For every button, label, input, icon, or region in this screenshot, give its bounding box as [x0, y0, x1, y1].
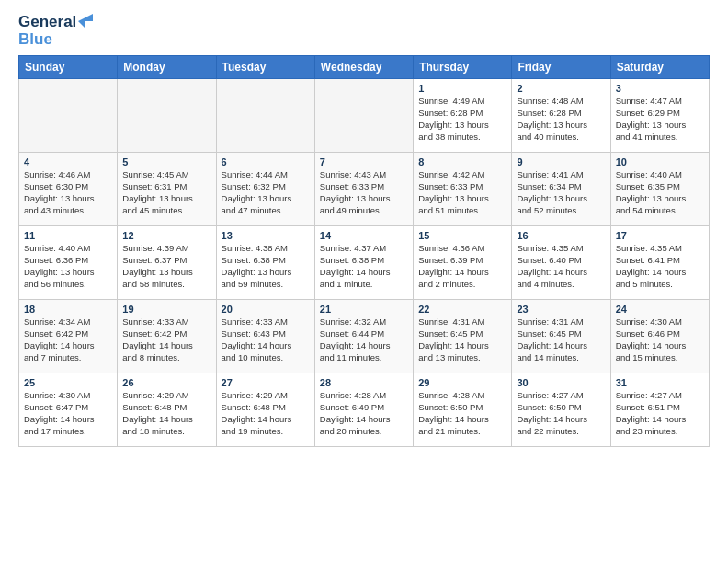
day-number: 17 [616, 230, 704, 241]
calendar-day-cell: 4Sunrise: 4:46 AM Sunset: 6:30 PM Daylig… [19, 153, 118, 226]
calendar-day-cell: 24Sunrise: 4:30 AM Sunset: 6:46 PM Dayli… [610, 300, 709, 373]
day-info: Sunrise: 4:35 AM Sunset: 6:41 PM Dayligh… [616, 243, 704, 290]
calendar-day-cell [314, 79, 413, 153]
calendar-day-cell: 14Sunrise: 4:37 AM Sunset: 6:38 PM Dayli… [314, 226, 413, 300]
day-info: Sunrise: 4:45 AM Sunset: 6:31 PM Dayligh… [122, 169, 210, 216]
calendar-day-cell: 20Sunrise: 4:33 AM Sunset: 6:43 PM Dayli… [216, 300, 314, 373]
calendar-day-cell: 26Sunrise: 4:29 AM Sunset: 6:48 PM Dayli… [118, 373, 216, 447]
calendar-day-cell: 5Sunrise: 4:45 AM Sunset: 6:31 PM Daylig… [118, 153, 216, 226]
day-number: 19 [122, 304, 210, 315]
day-info: Sunrise: 4:40 AM Sunset: 6:35 PM Dayligh… [616, 169, 704, 216]
day-info: Sunrise: 4:37 AM Sunset: 6:38 PM Dayligh… [320, 243, 408, 290]
logo: General Blue [18, 14, 93, 48]
day-of-week-header: Tuesday [216, 56, 314, 79]
logo-arrow-icon [78, 14, 93, 29]
day-info: Sunrise: 4:31 AM Sunset: 6:45 PM Dayligh… [418, 316, 506, 363]
calendar-day-cell: 31Sunrise: 4:27 AM Sunset: 6:51 PM Dayli… [610, 373, 709, 447]
calendar-day-cell: 8Sunrise: 4:42 AM Sunset: 6:33 PM Daylig… [414, 153, 512, 226]
calendar-day-cell: 28Sunrise: 4:28 AM Sunset: 6:49 PM Dayli… [314, 373, 413, 447]
calendar-day-cell: 23Sunrise: 4:31 AM Sunset: 6:45 PM Dayli… [512, 300, 610, 373]
day-number: 18 [24, 304, 112, 315]
day-info: Sunrise: 4:32 AM Sunset: 6:44 PM Dayligh… [320, 316, 408, 363]
calendar-day-cell [118, 79, 216, 153]
page-header: General Blue [18, 14, 710, 48]
calendar-day-cell: 13Sunrise: 4:38 AM Sunset: 6:38 PM Dayli… [216, 226, 314, 300]
calendar-day-cell: 22Sunrise: 4:31 AM Sunset: 6:45 PM Dayli… [414, 300, 512, 373]
day-number: 4 [24, 156, 112, 167]
day-number: 16 [517, 230, 605, 241]
day-number: 24 [616, 304, 704, 315]
day-of-week-header: Wednesday [314, 56, 413, 79]
calendar-header-row: SundayMondayTuesdayWednesdayThursdayFrid… [19, 56, 710, 79]
day-number: 28 [320, 377, 408, 388]
calendar-day-cell: 1Sunrise: 4:49 AM Sunset: 6:28 PM Daylig… [414, 79, 512, 153]
calendar-week-row: 25Sunrise: 4:30 AM Sunset: 6:47 PM Dayli… [19, 373, 710, 447]
day-info: Sunrise: 4:44 AM Sunset: 6:32 PM Dayligh… [222, 169, 310, 216]
day-number: 2 [517, 83, 605, 94]
calendar-day-cell: 27Sunrise: 4:29 AM Sunset: 6:48 PM Dayli… [216, 373, 314, 447]
day-number: 6 [222, 156, 310, 167]
day-number: 11 [24, 230, 112, 241]
day-number: 20 [222, 304, 310, 315]
day-info: Sunrise: 4:30 AM Sunset: 6:46 PM Dayligh… [616, 316, 704, 363]
day-info: Sunrise: 4:36 AM Sunset: 6:39 PM Dayligh… [418, 243, 506, 290]
day-number: 5 [122, 156, 210, 167]
logo-blue: Blue [18, 31, 52, 49]
day-number: 9 [517, 156, 605, 167]
calendar-day-cell [216, 79, 314, 153]
day-info: Sunrise: 4:43 AM Sunset: 6:33 PM Dayligh… [320, 169, 408, 216]
calendar-day-cell: 25Sunrise: 4:30 AM Sunset: 6:47 PM Dayli… [19, 373, 118, 447]
day-info: Sunrise: 4:49 AM Sunset: 6:28 PM Dayligh… [418, 96, 506, 143]
calendar-week-row: 18Sunrise: 4:34 AM Sunset: 6:42 PM Dayli… [19, 300, 710, 373]
day-number: 14 [320, 230, 408, 241]
day-info: Sunrise: 4:27 AM Sunset: 6:51 PM Dayligh… [616, 390, 704, 437]
calendar-day-cell: 15Sunrise: 4:36 AM Sunset: 6:39 PM Dayli… [414, 226, 512, 300]
day-info: Sunrise: 4:47 AM Sunset: 6:29 PM Dayligh… [616, 96, 704, 143]
day-number: 21 [320, 304, 408, 315]
day-number: 29 [418, 377, 506, 388]
day-info: Sunrise: 4:48 AM Sunset: 6:28 PM Dayligh… [517, 96, 605, 143]
calendar-day-cell: 11Sunrise: 4:40 AM Sunset: 6:36 PM Dayli… [19, 226, 118, 300]
day-number: 7 [320, 156, 408, 167]
day-info: Sunrise: 4:31 AM Sunset: 6:45 PM Dayligh… [517, 316, 605, 363]
calendar-day-cell: 12Sunrise: 4:39 AM Sunset: 6:37 PM Dayli… [118, 226, 216, 300]
logo-general: General [18, 14, 76, 31]
calendar-day-cell: 18Sunrise: 4:34 AM Sunset: 6:42 PM Dayli… [19, 300, 118, 373]
day-number: 25 [24, 377, 112, 388]
calendar-day-cell: 19Sunrise: 4:33 AM Sunset: 6:42 PM Dayli… [118, 300, 216, 373]
calendar-day-cell: 29Sunrise: 4:28 AM Sunset: 6:50 PM Dayli… [414, 373, 512, 447]
day-of-week-header: Monday [118, 56, 216, 79]
day-info: Sunrise: 4:28 AM Sunset: 6:49 PM Dayligh… [320, 390, 408, 437]
svg-marker-0 [78, 14, 93, 29]
day-info: Sunrise: 4:30 AM Sunset: 6:47 PM Dayligh… [24, 390, 112, 437]
day-info: Sunrise: 4:42 AM Sunset: 6:33 PM Dayligh… [418, 169, 506, 216]
calendar-day-cell: 16Sunrise: 4:35 AM Sunset: 6:40 PM Dayli… [512, 226, 610, 300]
day-of-week-header: Friday [512, 56, 610, 79]
calendar-week-row: 11Sunrise: 4:40 AM Sunset: 6:36 PM Dayli… [19, 226, 710, 300]
day-of-week-header: Sunday [19, 56, 118, 79]
day-info: Sunrise: 4:40 AM Sunset: 6:36 PM Dayligh… [24, 243, 112, 290]
day-info: Sunrise: 4:33 AM Sunset: 6:43 PM Dayligh… [222, 316, 310, 363]
day-info: Sunrise: 4:34 AM Sunset: 6:42 PM Dayligh… [24, 316, 112, 363]
calendar-day-cell: 10Sunrise: 4:40 AM Sunset: 6:35 PM Dayli… [610, 153, 709, 226]
day-info: Sunrise: 4:33 AM Sunset: 6:42 PM Dayligh… [122, 316, 210, 363]
day-number: 27 [222, 377, 310, 388]
calendar-day-cell: 9Sunrise: 4:41 AM Sunset: 6:34 PM Daylig… [512, 153, 610, 226]
day-number: 23 [517, 304, 605, 315]
day-info: Sunrise: 4:38 AM Sunset: 6:38 PM Dayligh… [222, 243, 310, 290]
calendar-day-cell: 3Sunrise: 4:47 AM Sunset: 6:29 PM Daylig… [610, 79, 709, 153]
day-number: 13 [222, 230, 310, 241]
day-number: 3 [616, 83, 704, 94]
day-number: 30 [517, 377, 605, 388]
day-number: 31 [616, 377, 704, 388]
calendar-day-cell: 21Sunrise: 4:32 AM Sunset: 6:44 PM Dayli… [314, 300, 413, 373]
logo-container: General Blue [18, 14, 93, 48]
calendar-day-cell: 2Sunrise: 4:48 AM Sunset: 6:28 PM Daylig… [512, 79, 610, 153]
day-info: Sunrise: 4:46 AM Sunset: 6:30 PM Dayligh… [24, 169, 112, 216]
calendar-day-cell: 6Sunrise: 4:44 AM Sunset: 6:32 PM Daylig… [216, 153, 314, 226]
calendar-day-cell [19, 79, 118, 153]
day-info: Sunrise: 4:41 AM Sunset: 6:34 PM Dayligh… [517, 169, 605, 216]
day-number: 26 [122, 377, 210, 388]
day-number: 12 [122, 230, 210, 241]
day-number: 8 [418, 156, 506, 167]
